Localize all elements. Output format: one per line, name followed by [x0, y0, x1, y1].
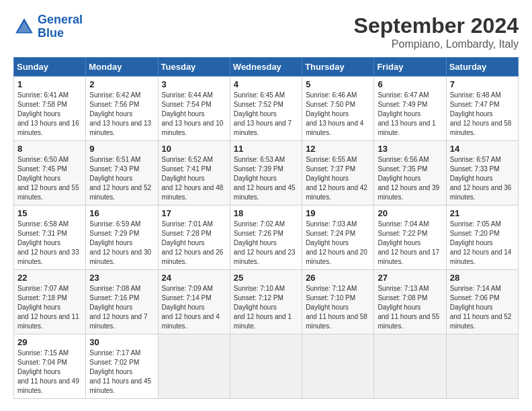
list-item: 2 Sunrise: 6:42 AM Sunset: 7:56 PM Dayli…: [86, 77, 158, 141]
day-info: Sunrise: 7:17 AM Sunset: 7:02 PM Dayligh…: [89, 349, 154, 396]
day-number: 24: [162, 273, 226, 283]
day-info: Sunrise: 7:02 AM Sunset: 7:26 PM Dayligh…: [234, 220, 298, 267]
day-info: Sunrise: 7:14 AM Sunset: 7:06 PM Dayligh…: [450, 284, 515, 331]
day-number: 15: [17, 208, 82, 218]
day-number: 20: [378, 208, 442, 218]
day-number: 3: [162, 79, 226, 89]
table-row: 22 Sunrise: 7:07 AM Sunset: 7:18 PM Dayl…: [14, 270, 519, 334]
day-number: 5: [306, 79, 370, 89]
list-item: 1 Sunrise: 6:41 AM Sunset: 7:58 PM Dayli…: [14, 77, 86, 141]
list-item: 17 Sunrise: 7:01 AM Sunset: 7:28 PM Dayl…: [158, 205, 230, 270]
day-info: Sunrise: 6:53 AM Sunset: 7:39 PM Dayligh…: [234, 155, 298, 202]
list-item: 29 Sunrise: 7:15 AM Sunset: 7:04 PM Dayl…: [14, 334, 86, 399]
day-info: Sunrise: 6:58 AM Sunset: 7:31 PM Dayligh…: [17, 220, 82, 267]
day-info: Sunrise: 6:41 AM Sunset: 7:58 PM Dayligh…: [17, 91, 82, 138]
day-number: 2: [89, 79, 154, 89]
table-row: 1 Sunrise: 6:41 AM Sunset: 7:58 PM Dayli…: [14, 77, 519, 141]
col-thursday: Thursday: [302, 58, 374, 77]
day-info: Sunrise: 7:07 AM Sunset: 7:18 PM Dayligh…: [17, 284, 82, 331]
col-friday: Friday: [374, 58, 446, 77]
day-number: 9: [89, 144, 154, 154]
day-info: Sunrise: 6:45 AM Sunset: 7:52 PM Dayligh…: [234, 91, 298, 138]
list-item: 21 Sunrise: 7:05 AM Sunset: 7:20 PM Dayl…: [446, 205, 518, 270]
list-item: [374, 334, 446, 399]
logo: General Blue: [13, 13, 83, 40]
col-monday: Monday: [86, 58, 158, 77]
location: Pompiano, Lombardy, Italy: [354, 38, 519, 50]
list-item: [158, 334, 230, 399]
day-info: Sunrise: 6:51 AM Sunset: 7:43 PM Dayligh…: [89, 155, 154, 202]
title-block: September 2024 Pompiano, Lombardy, Italy: [354, 13, 519, 50]
day-number: 16: [89, 208, 154, 218]
list-item: 20 Sunrise: 7:04 AM Sunset: 7:22 PM Dayl…: [374, 205, 446, 270]
day-info: Sunrise: 7:13 AM Sunset: 7:08 PM Dayligh…: [378, 284, 442, 331]
day-number: 19: [306, 208, 370, 218]
list-item: 10 Sunrise: 6:52 AM Sunset: 7:41 PM Dayl…: [158, 141, 230, 205]
col-saturday: Saturday: [446, 58, 518, 77]
day-number: 7: [450, 79, 515, 89]
list-item: 18 Sunrise: 7:02 AM Sunset: 7:26 PM Dayl…: [230, 205, 302, 270]
day-info: Sunrise: 7:08 AM Sunset: 7:16 PM Dayligh…: [89, 284, 154, 331]
calendar-table: Sunday Monday Tuesday Wednesday Thursday…: [13, 57, 519, 399]
list-item: 3 Sunrise: 6:44 AM Sunset: 7:54 PM Dayli…: [158, 77, 230, 141]
day-number: 4: [234, 79, 298, 89]
list-item: 14 Sunrise: 6:57 AM Sunset: 7:33 PM Dayl…: [446, 141, 518, 205]
day-number: 27: [378, 273, 442, 283]
day-info: Sunrise: 6:47 AM Sunset: 7:49 PM Dayligh…: [378, 91, 442, 138]
list-item: 8 Sunrise: 6:50 AM Sunset: 7:45 PM Dayli…: [14, 141, 86, 205]
list-item: 7 Sunrise: 6:48 AM Sunset: 7:47 PM Dayli…: [446, 77, 518, 141]
day-info: Sunrise: 7:05 AM Sunset: 7:20 PM Dayligh…: [450, 220, 515, 267]
month-year: September 2024: [354, 13, 519, 38]
day-info: Sunrise: 6:56 AM Sunset: 7:35 PM Dayligh…: [378, 155, 442, 202]
calendar-body: 1 Sunrise: 6:41 AM Sunset: 7:58 PM Dayli…: [14, 77, 519, 399]
list-item: [302, 334, 374, 399]
list-item: 13 Sunrise: 6:56 AM Sunset: 7:35 PM Dayl…: [374, 141, 446, 205]
list-item: 24 Sunrise: 7:09 AM Sunset: 7:14 PM Dayl…: [158, 270, 230, 334]
day-info: Sunrise: 6:55 AM Sunset: 7:37 PM Dayligh…: [306, 155, 370, 202]
calendar-header-row: Sunday Monday Tuesday Wednesday Thursday…: [14, 58, 519, 77]
list-item: 15 Sunrise: 6:58 AM Sunset: 7:31 PM Dayl…: [14, 205, 86, 270]
day-info: Sunrise: 6:57 AM Sunset: 7:33 PM Dayligh…: [450, 155, 515, 202]
list-item: 12 Sunrise: 6:55 AM Sunset: 7:37 PM Dayl…: [302, 141, 374, 205]
day-number: 29: [17, 337, 82, 347]
list-item: 25 Sunrise: 7:10 AM Sunset: 7:12 PM Dayl…: [230, 270, 302, 334]
list-item: 27 Sunrise: 7:13 AM Sunset: 7:08 PM Dayl…: [374, 270, 446, 334]
list-item: 11 Sunrise: 6:53 AM Sunset: 7:39 PM Dayl…: [230, 141, 302, 205]
list-item: 6 Sunrise: 6:47 AM Sunset: 7:49 PM Dayli…: [374, 77, 446, 141]
list-item: 9 Sunrise: 6:51 AM Sunset: 7:43 PM Dayli…: [86, 141, 158, 205]
col-sunday: Sunday: [14, 58, 86, 77]
list-item: [230, 334, 302, 399]
col-wednesday: Wednesday: [230, 58, 302, 77]
list-item: 28 Sunrise: 7:14 AM Sunset: 7:06 PM Dayl…: [446, 270, 518, 334]
day-info: Sunrise: 7:04 AM Sunset: 7:22 PM Dayligh…: [378, 220, 442, 267]
list-item: 4 Sunrise: 6:45 AM Sunset: 7:52 PM Dayli…: [230, 77, 302, 141]
day-number: 14: [450, 144, 515, 154]
day-info: Sunrise: 7:09 AM Sunset: 7:14 PM Dayligh…: [162, 284, 226, 331]
day-info: Sunrise: 6:44 AM Sunset: 7:54 PM Dayligh…: [162, 91, 226, 138]
page-header: General Blue September 2024 Pompiano, Lo…: [13, 13, 519, 50]
day-number: 10: [162, 144, 226, 154]
day-number: 11: [234, 144, 298, 154]
col-tuesday: Tuesday: [158, 58, 230, 77]
list-item: 5 Sunrise: 6:46 AM Sunset: 7:50 PM Dayli…: [302, 77, 374, 141]
day-number: 23: [89, 273, 154, 283]
day-info: Sunrise: 7:15 AM Sunset: 7:04 PM Dayligh…: [17, 349, 82, 396]
day-info: Sunrise: 7:01 AM Sunset: 7:28 PM Dayligh…: [162, 220, 226, 267]
table-row: 29 Sunrise: 7:15 AM Sunset: 7:04 PM Dayl…: [14, 334, 519, 399]
day-number: 25: [234, 273, 298, 283]
logo-blue: Blue: [38, 27, 83, 40]
day-number: 12: [306, 144, 370, 154]
day-info: Sunrise: 6:48 AM Sunset: 7:47 PM Dayligh…: [450, 91, 515, 138]
day-number: 17: [162, 208, 226, 218]
day-number: 22: [17, 273, 82, 283]
logo-icon: [13, 16, 35, 38]
table-row: 8 Sunrise: 6:50 AM Sunset: 7:45 PM Dayli…: [14, 141, 519, 205]
day-info: Sunrise: 6:42 AM Sunset: 7:56 PM Dayligh…: [89, 91, 154, 138]
list-item: [446, 334, 518, 399]
day-number: 6: [378, 79, 442, 89]
list-item: 16 Sunrise: 6:59 AM Sunset: 7:29 PM Dayl…: [86, 205, 158, 270]
day-info: Sunrise: 6:50 AM Sunset: 7:45 PM Dayligh…: [17, 155, 82, 202]
day-info: Sunrise: 7:10 AM Sunset: 7:12 PM Dayligh…: [234, 284, 298, 331]
day-number: 18: [234, 208, 298, 218]
day-number: 13: [378, 144, 442, 154]
